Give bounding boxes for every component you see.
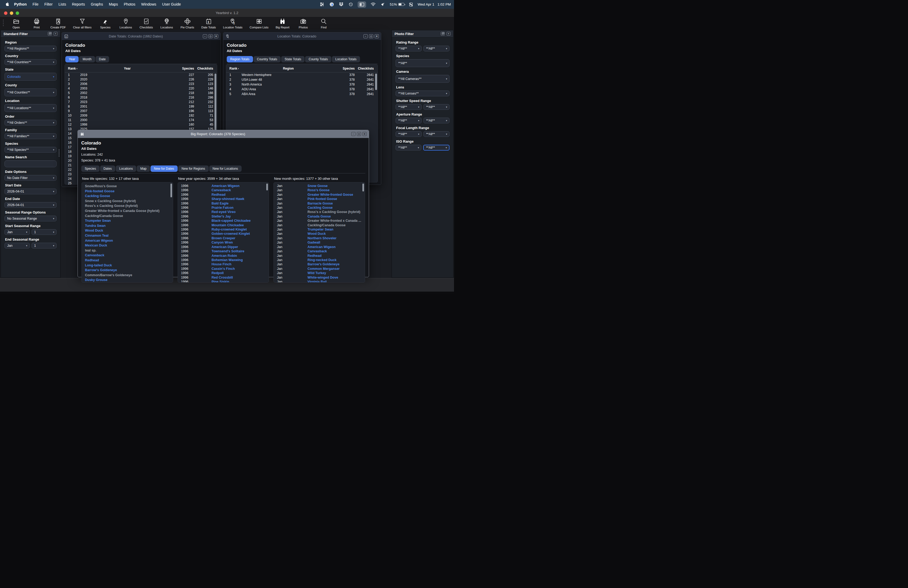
- tab[interactable]: Locations: [116, 166, 136, 172]
- list-item[interactable]: Jan Virginia Rail: [277, 280, 361, 283]
- maximize-icon[interactable]: [369, 34, 373, 38]
- status-icon[interactable]: [338, 1, 344, 8]
- maximize-icon[interactable]: [357, 132, 361, 136]
- tab[interactable]: Region Totals: [227, 56, 253, 63]
- maximize-icon[interactable]: [208, 34, 213, 38]
- location-totals-table-header[interactable]: Rank▲ Region Species Checklists: [226, 64, 378, 72]
- rating-range-select-1[interactable]: **All**▼: [396, 46, 422, 52]
- table-row[interactable]: 6 2018 216 286: [65, 95, 217, 100]
- species-link[interactable]: American Wigeon: [307, 245, 335, 249]
- toolbar-button[interactable]: Species: [99, 18, 112, 29]
- state-select-1[interactable]: Colorado▼: [5, 73, 56, 81]
- list-item[interactable]: Jan Snow Goose: [277, 184, 361, 188]
- tab[interactable]: New for Locations: [209, 166, 241, 172]
- species-link[interactable]: Cackling Goose: [85, 193, 110, 199]
- list-item[interactable]: Jan Gadwall: [277, 240, 361, 245]
- iso-range-select-2[interactable]: **All**▼: [423, 145, 449, 151]
- end-seasonal-range-select-2[interactable]: 1▼: [32, 243, 57, 248]
- species-link[interactable]: Redhead: [85, 258, 99, 263]
- list-item[interactable]: 1996 American Dipper: [181, 245, 265, 249]
- list-item[interactable]: 1996 Pine Siskin: [181, 280, 265, 283]
- species-link[interactable]: Redhead: [212, 193, 226, 197]
- end-date-select-1[interactable]: 2026-04-01▼: [5, 202, 56, 208]
- list-item[interactable]: 1996 Mountain Chickadee: [181, 223, 265, 227]
- list-item[interactable]: Jan Trumpeter Swan: [277, 227, 361, 232]
- tab[interactable]: County Totals: [305, 56, 331, 63]
- list-item[interactable]: Jan Ross's Goose: [277, 188, 361, 192]
- shutter-speed-range-select-2[interactable]: **All**▼: [423, 104, 449, 110]
- list-item[interactable]: 1996 Townsend's Solitaire: [181, 249, 265, 253]
- species-link[interactable]: Ruby-crowned Kinglet: [212, 227, 247, 232]
- list-item[interactable]: Trumpeter Swan: [85, 218, 169, 223]
- control-center-icon[interactable]: [408, 1, 414, 8]
- menu-clock[interactable]: Wed Apr 1 1:02 PM: [418, 2, 451, 6]
- species-link[interactable]: Canvasback: [212, 188, 231, 192]
- shutter-speed-range-select-1[interactable]: **All**▼: [396, 104, 422, 110]
- table-row[interactable]: 2 USA Lower 48 378 2641: [226, 77, 378, 82]
- list-item[interactable]: Jan Redhead: [277, 254, 361, 258]
- camera-select-1[interactable]: **All Cameras**▼: [396, 75, 449, 83]
- species-link[interactable]: Greater White-fronted x Canada Goose (hy…: [85, 208, 159, 214]
- species-link[interactable]: Pine Siskin: [212, 280, 229, 283]
- status-icon[interactable]: [348, 1, 354, 8]
- species-link[interactable]: Cassin's Finch: [212, 267, 235, 271]
- species-link[interactable]: Sharp-shinned Hawk: [212, 197, 245, 201]
- tab[interactable]: New for Dates: [151, 166, 178, 172]
- minimize-icon[interactable]: −: [351, 132, 356, 136]
- species-link[interactable]: White-winged Dove: [307, 275, 338, 280]
- location-totals-titlebar[interactable]: Σ Location Totals: Colorado − ✕: [223, 32, 381, 40]
- start-seasonal-range-select-1[interactable]: Jan▼: [5, 229, 30, 235]
- panel-close-icon[interactable]: ×: [447, 32, 451, 35]
- list-item[interactable]: 1996 Prairie Falcon: [181, 206, 265, 210]
- tab[interactable]: Dates: [100, 166, 115, 172]
- order-select-1[interactable]: **All Orders**▼: [5, 120, 56, 126]
- list-item[interactable]: Cinnamon Teal: [85, 233, 169, 238]
- list-item[interactable]: Jan Cackling/Canada Goose: [277, 223, 361, 227]
- list-item[interactable]: Jan Wild Turkey: [277, 271, 361, 275]
- list-item[interactable]: Jan Wood Duck: [277, 232, 361, 236]
- species-link[interactable]: Barrow's Goldeneye: [85, 268, 117, 273]
- list-item[interactable]: Jan American Wigeon: [277, 245, 361, 249]
- county-select-1[interactable]: **All Counties**▼: [5, 89, 56, 97]
- species-link[interactable]: Northern Shoveler: [307, 236, 336, 240]
- species-link[interactable]: Ring-necked Duck: [307, 258, 336, 262]
- species-link[interactable]: Pink-footed Goose: [85, 189, 114, 194]
- list-item[interactable]: Tundra Swan: [85, 223, 169, 229]
- list-item[interactable]: 1996 Sharp-shinned Hawk: [181, 197, 265, 201]
- list-item[interactable]: Barrow's Goldeneye: [85, 268, 169, 273]
- species-link[interactable]: American Wigeon: [85, 238, 113, 243]
- species-link[interactable]: Common/Barrow's Goldeneye: [85, 273, 132, 278]
- familiy-select-1[interactable]: **All Families**▼: [5, 133, 56, 139]
- list-item[interactable]: Jan Barnacle Goose: [277, 201, 361, 206]
- toolbar-button[interactable]: Compare Lists: [250, 18, 269, 29]
- species-link[interactable]: Greater White-fronted x Canada ...: [307, 219, 361, 223]
- list-item[interactable]: 1996 Redpoll: [181, 271, 265, 275]
- scrollbar-thumb[interactable]: [375, 74, 377, 90]
- focal-length-range-select-1[interactable]: **All**▼: [396, 131, 422, 137]
- species-link[interactable]: Canyon Wren: [212, 240, 233, 245]
- species-link[interactable]: American Robin: [212, 254, 237, 258]
- species-link[interactable]: Red Crossbill: [212, 275, 233, 280]
- tab[interactable]: State Totals: [281, 56, 304, 63]
- menu-item-python[interactable]: Python: [11, 0, 29, 9]
- species-link[interactable]: Townsend's Solitaire: [212, 249, 245, 253]
- name-search-input[interactable]: [5, 160, 56, 167]
- toolbar-button[interactable]: Big Report: [275, 18, 290, 29]
- lens-select-1[interactable]: **All Lenses**▼: [396, 90, 449, 97]
- species-link[interactable]: Cackling/Canada Goose: [85, 214, 123, 219]
- list-item[interactable]: Long-tailed Duck: [85, 263, 169, 268]
- tab[interactable]: Date: [96, 56, 109, 63]
- tab[interactable]: Location Totals: [332, 56, 360, 63]
- close-icon[interactable]: ✕: [375, 34, 379, 38]
- toolbar-button[interactable]: ABCD Pie Charts: [180, 18, 194, 29]
- iso-range-select-1[interactable]: **All**▼: [396, 145, 421, 151]
- table-row[interactable]: 1 2019 227 205: [65, 72, 217, 77]
- species-link[interactable]: Wood Duck: [85, 228, 103, 233]
- list-item[interactable]: Jan Canada Goose: [277, 214, 361, 219]
- species-link[interactable]: Redhead: [307, 254, 322, 258]
- species-link[interactable]: Trumpeter Swan: [85, 218, 111, 223]
- species-link[interactable]: Black-capped Chickadee: [212, 219, 251, 223]
- list-item[interactable]: Dusky Grouse: [85, 277, 169, 283]
- list-item[interactable]: Greater White-fronted x Canada Goose (hy…: [85, 208, 169, 214]
- minimize-icon[interactable]: −: [364, 34, 368, 38]
